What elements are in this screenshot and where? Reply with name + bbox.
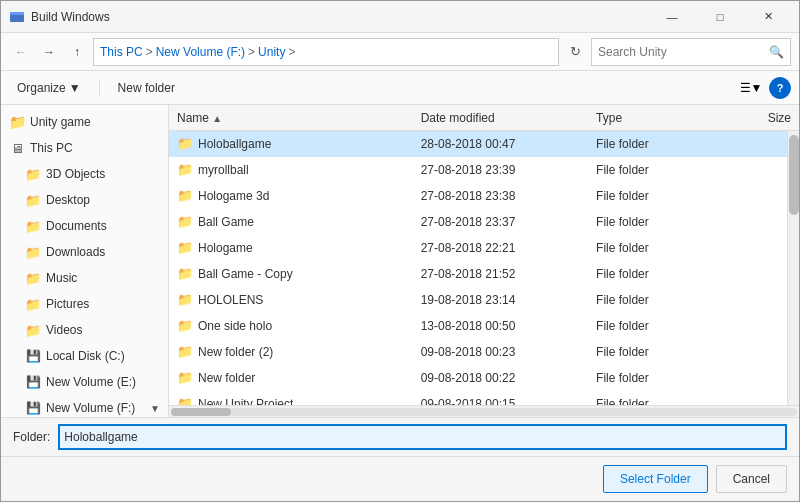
new-folder-button[interactable]: New folder	[110, 76, 183, 100]
breadcrumb-item-thispc[interactable]: This PC	[100, 45, 143, 59]
search-input[interactable]	[598, 45, 769, 59]
folder-icon: 📁	[177, 266, 193, 281]
col-header-size[interactable]: Size	[713, 111, 791, 125]
sidebar-label-videos: Videos	[46, 323, 82, 337]
pictures-icon: 📁	[25, 296, 41, 312]
sidebar-label-3d-objects: 3D Objects	[46, 167, 105, 181]
folder-icon: 📁	[177, 240, 193, 255]
select-folder-button[interactable]: Select Folder	[603, 465, 708, 493]
button-row: Select Folder Cancel	[1, 456, 799, 501]
file-type: File folder	[596, 215, 713, 229]
breadcrumb-item-newvolume[interactable]: New Volume (F:)	[156, 45, 245, 59]
file-date: 27-08-2018 22:21	[421, 241, 596, 255]
vertical-scrollbar[interactable]	[787, 131, 799, 405]
sidebar-item-unity-game[interactable]: 📁 Unity game	[1, 109, 168, 135]
file-type: File folder	[596, 397, 713, 406]
table-row[interactable]: 📁 New folder 09-08-2018 00:22 File folde…	[169, 365, 799, 391]
folder-icon: 📁	[177, 188, 193, 203]
scrollbar-thumb[interactable]	[171, 408, 231, 416]
sidebar-label-downloads: Downloads	[46, 245, 105, 259]
table-row[interactable]: 📁 Ball Game 27-08-2018 23:37 File folder	[169, 209, 799, 235]
horizontal-scrollbar[interactable]	[169, 405, 799, 417]
table-row[interactable]: 📁 HOLOLENS 19-08-2018 23:14 File folder	[169, 287, 799, 313]
table-row[interactable]: 📁 One side holo 13-08-2018 00:50 File fo…	[169, 313, 799, 339]
folder-icon: 📁	[177, 292, 193, 307]
table-row[interactable]: 📁 New Unity Project 09-08-2018 00:15 Fil…	[169, 391, 799, 405]
sidebar-label-new-volume-f: New Volume (F:)	[46, 401, 135, 415]
table-row[interactable]: 📁 Hologame 3d 27-08-2018 23:38 File fold…	[169, 183, 799, 209]
file-name-text: Hologame 3d	[198, 189, 269, 203]
table-row[interactable]: 📁 myrollball 27-08-2018 23:39 File folde…	[169, 157, 799, 183]
table-row[interactable]: 📁 Ball Game - Copy 27-08-2018 21:52 File…	[169, 261, 799, 287]
sidebar-item-music[interactable]: 📁 Music	[1, 265, 168, 291]
file-type: File folder	[596, 241, 713, 255]
file-date: 13-08-2018 00:50	[421, 319, 596, 333]
up-button[interactable]: ↑	[65, 40, 89, 64]
music-icon: 📁	[25, 270, 41, 286]
sidebar-item-documents[interactable]: 📁 Documents	[1, 213, 168, 239]
table-row[interactable]: 📁 Hologame 27-08-2018 22:21 File folder	[169, 235, 799, 261]
toolbar-right: ☰ ▼ ?	[737, 76, 791, 100]
file-name-text: Holoballgame	[198, 137, 271, 151]
sidebar-item-this-pc[interactable]: 🖥 This PC	[1, 135, 168, 161]
search-box: 🔍	[591, 38, 791, 66]
breadcrumb-item-unity[interactable]: Unity	[258, 45, 285, 59]
folder-input-row: Folder:	[1, 417, 799, 456]
toolbar: Organize ▼ New folder ☰ ▼ ?	[1, 71, 799, 105]
sidebar-item-local-disk-c[interactable]: 💾 Local Disk (C:)	[1, 343, 168, 369]
scrollbar-track	[171, 408, 797, 416]
folder-icon: 📁	[177, 370, 193, 385]
expand-arrow: ▼	[150, 403, 160, 414]
minimize-button[interactable]: —	[649, 2, 695, 32]
back-button[interactable]: ←	[9, 40, 33, 64]
file-type: File folder	[596, 293, 713, 307]
main-content: 📁 Unity game 🖥 This PC 📁 3D Objects 📁 De…	[1, 105, 799, 417]
sidebar-item-pictures[interactable]: 📁 Pictures	[1, 291, 168, 317]
col-header-type[interactable]: Type	[596, 111, 713, 125]
view-icon: ☰	[740, 81, 751, 95]
vscroll-thumb[interactable]	[789, 135, 799, 215]
downloads-icon: 📁	[25, 244, 41, 260]
sidebar-item-downloads[interactable]: 📁 Downloads	[1, 239, 168, 265]
refresh-icon: ↻	[570, 44, 581, 59]
table-row[interactable]: 📁 New folder (2) 09-08-2018 00:23 File f…	[169, 339, 799, 365]
forward-button[interactable]: →	[37, 40, 61, 64]
view-dropdown-icon: ▼	[751, 81, 763, 95]
sidebar-label-music: Music	[46, 271, 77, 285]
sidebar: 📁 Unity game 🖥 This PC 📁 3D Objects 📁 De…	[1, 105, 169, 417]
file-date: 19-08-2018 23:14	[421, 293, 596, 307]
table-row[interactable]: 📁 Holoballgame 28-08-2018 00:47 File fol…	[169, 131, 799, 157]
folder-icon: 📁	[177, 214, 193, 229]
sidebar-item-desktop[interactable]: 📁 Desktop	[1, 187, 168, 213]
window-controls: — □ ✕	[649, 2, 791, 32]
file-date: 27-08-2018 23:39	[421, 163, 596, 177]
breadcrumb[interactable]: This PC > New Volume (F:) > Unity >	[93, 38, 559, 66]
sidebar-label-this-pc: This PC	[30, 141, 73, 155]
title-bar: Build Windows — □ ✕	[1, 1, 799, 33]
maximize-button[interactable]: □	[697, 2, 743, 32]
sidebar-item-3d-objects[interactable]: 📁 3D Objects	[1, 161, 168, 187]
sidebar-label-local-disk-c: Local Disk (C:)	[46, 349, 125, 363]
help-button[interactable]: ?	[769, 77, 791, 99]
sidebar-label-documents: Documents	[46, 219, 107, 233]
view-button[interactable]: ☰ ▼	[737, 76, 765, 100]
cancel-button[interactable]: Cancel	[716, 465, 787, 493]
file-list-header: Name ▲ Date modified Type Size	[169, 105, 799, 131]
refresh-button[interactable]: ↻	[563, 40, 587, 64]
folder-icon: 📁	[177, 344, 193, 359]
sidebar-item-new-volume-f[interactable]: 💾 New Volume (F:) ▼	[1, 395, 168, 417]
col-name-label: Name	[177, 111, 209, 125]
file-date: 27-08-2018 21:52	[421, 267, 596, 281]
file-date: 28-08-2018 00:47	[421, 137, 596, 151]
close-button[interactable]: ✕	[745, 2, 791, 32]
file-name-text: Ball Game	[198, 215, 254, 229]
search-icon: 🔍	[769, 45, 784, 59]
organize-button[interactable]: Organize ▼	[9, 76, 89, 100]
col-header-date[interactable]: Date modified	[421, 111, 596, 125]
up-icon: ↑	[74, 45, 80, 59]
file-name-text: New folder (2)	[198, 345, 273, 359]
sidebar-item-videos[interactable]: 📁 Videos	[1, 317, 168, 343]
sidebar-item-new-volume-e[interactable]: 💾 New Volume (E:)	[1, 369, 168, 395]
folder-input[interactable]	[58, 424, 787, 450]
col-header-name[interactable]: Name ▲	[177, 111, 421, 125]
